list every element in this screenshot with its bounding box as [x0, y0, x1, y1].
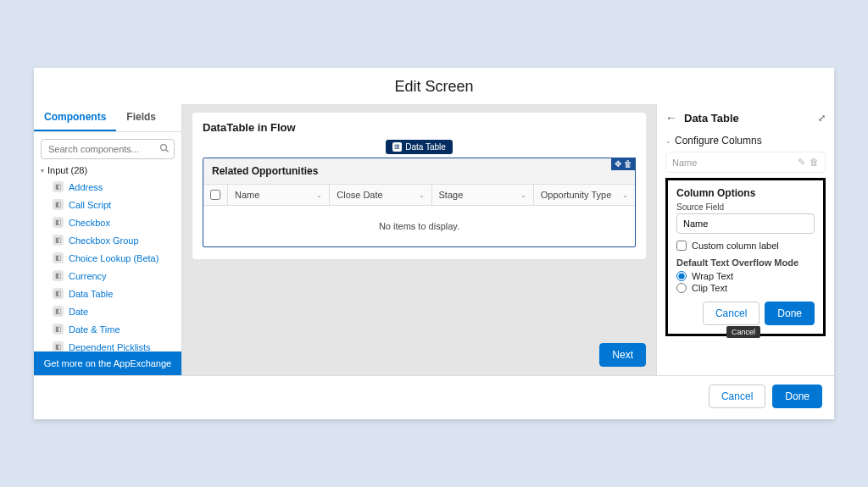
search-row	[41, 139, 175, 159]
col-stage[interactable]: Stage⌄	[431, 185, 533, 205]
page-title: Edit Screen	[34, 68, 834, 104]
item-checkbox-group[interactable]: ◧Checkbox Group	[41, 231, 175, 249]
clip-text-label: Clip Text	[692, 283, 727, 293]
tab-components[interactable]: Components	[34, 104, 116, 131]
chevron-down-icon: ⌄	[520, 191, 526, 199]
item-address[interactable]: ◧Address	[41, 178, 175, 196]
column-options-title: Column Options	[676, 187, 815, 199]
item-data-table[interactable]: ◧Data Table	[41, 285, 175, 302]
component-list: ▾ Input (28) ◧Address ◧Call Script ◧Chec…	[34, 163, 181, 351]
item-checkbox[interactable]: ◧Checkbox	[41, 213, 175, 231]
components-sidebar: Components Fields ▾ Input (28) ◧Address …	[34, 104, 182, 375]
component-icon: ◧	[53, 252, 64, 263]
item-date-time[interactable]: ◧Date & Time	[41, 320, 175, 338]
col-close-date[interactable]: Close Date⌄	[329, 185, 431, 205]
wrap-text-row[interactable]: Wrap Text	[676, 271, 815, 281]
dt-empty-message: No items to display.	[203, 206, 635, 246]
column-row-name[interactable]: Name ✎ 🗑	[665, 152, 826, 173]
item-dependent-picklists[interactable]: ◧Dependent Picklists	[41, 338, 175, 351]
search-input[interactable]	[41, 139, 175, 159]
screen-canvas: DataTable in Flow ⊞ Data Table ✥ 🗑 Relat…	[182, 104, 656, 375]
component-icon: ◧	[53, 270, 64, 281]
options-cancel-button[interactable]: Cancel	[703, 302, 760, 325]
expand-icon[interactable]: ⤢	[818, 113, 826, 124]
dialog-footer: Cancel Done	[34, 375, 834, 417]
component-icon: ◧	[53, 341, 64, 351]
next-button[interactable]: Next	[599, 343, 646, 367]
tab-fields[interactable]: Fields	[116, 104, 166, 131]
chevron-down-icon: ⌄	[622, 191, 628, 199]
item-date[interactable]: ◧Date	[41, 302, 175, 320]
edit-icon[interactable]: ✎	[798, 157, 805, 168]
properties-sidebar: ← Data Table ⤢ ⌄ Configure Columns Name …	[656, 104, 834, 375]
component-icon: ◧	[53, 324, 64, 335]
delete-icon[interactable]: 🗑	[810, 157, 819, 168]
chevron-down-icon: ⌄	[419, 191, 425, 199]
delete-icon[interactable]: 🗑	[624, 159, 632, 169]
chevron-down-icon: ⌄	[316, 191, 322, 199]
column-row-label: Name	[672, 158, 697, 168]
component-icon: ◧	[53, 217, 64, 228]
search-icon	[159, 143, 170, 156]
dt-column-row: Name⌄ Close Date⌄ Stage⌄ Opportunity Typ…	[203, 185, 635, 206]
dialog-cancel-button[interactable]: Cancel	[709, 385, 765, 408]
appexchange-link[interactable]: Get more on the AppExchange	[34, 351, 181, 375]
custom-column-label-row[interactable]: Custom column label	[676, 241, 815, 251]
col-opportunity-type[interactable]: Opportunity Type⌄	[533, 185, 635, 205]
component-toolbar: ✥ 🗑	[611, 158, 636, 170]
data-table-chip[interactable]: ⊞ Data Table	[386, 140, 453, 154]
properties-header: ← Data Table ⤢	[665, 111, 826, 125]
select-all-checkbox[interactable]	[210, 190, 220, 200]
chevron-down-icon: ⌄	[665, 137, 671, 145]
overflow-mode-label: Default Text Overflow Mode	[676, 257, 815, 268]
data-table-component[interactable]: ✥ 🗑 Related Opportunities Name⌄ Close Da…	[203, 158, 636, 247]
options-done-button[interactable]: Done	[765, 302, 815, 325]
group-label: Input (28)	[47, 165, 87, 175]
chip-label: Data Table	[405, 142, 446, 152]
cancel-tooltip: Cancel	[726, 326, 760, 338]
dt-title: Related Opportunities	[203, 158, 635, 185]
sidebar-tabs: Components Fields	[34, 104, 181, 132]
component-icon: ◧	[53, 288, 64, 299]
chevron-down-icon: ▾	[41, 167, 44, 174]
item-currency[interactable]: ◧Currency	[41, 267, 175, 285]
component-icon: ◧	[53, 306, 64, 317]
properties-title: Data Table	[684, 112, 818, 125]
item-call-script[interactable]: ◧Call Script	[41, 196, 175, 213]
group-input-header[interactable]: ▾ Input (28)	[41, 163, 175, 178]
select-all-cell	[203, 185, 227, 205]
item-choice-lookup[interactable]: ◧Choice Lookup (Beta)	[41, 249, 175, 267]
source-field-input[interactable]	[676, 213, 815, 234]
column-row-actions: ✎ 🗑	[798, 157, 819, 168]
canvas-title: DataTable in Flow	[203, 121, 636, 134]
col-name[interactable]: Name⌄	[227, 185, 329, 205]
source-field-label: Source Field	[676, 202, 815, 212]
move-icon[interactable]: ✥	[615, 159, 621, 169]
column-options-panel: Column Options Source Field Custom colum…	[665, 178, 826, 336]
svg-point-0	[161, 145, 167, 151]
clip-text-row[interactable]: Clip Text	[676, 283, 815, 293]
column-options-footer: Cancel Done Cancel	[676, 302, 815, 325]
canvas-footer: Next	[192, 343, 646, 367]
edit-screen-dialog: Edit Screen Components Fields ▾ Input (2…	[34, 68, 834, 419]
custom-column-label-checkbox[interactable]	[676, 241, 687, 251]
dialog-done-button[interactable]: Done	[772, 385, 822, 408]
configure-columns-header[interactable]: ⌄ Configure Columns	[665, 131, 826, 152]
component-icon: ◧	[53, 235, 64, 246]
wrap-text-label: Wrap Text	[692, 271, 733, 281]
section-label: Configure Columns	[675, 135, 762, 147]
component-icon: ◧	[53, 199, 64, 210]
clip-text-radio[interactable]	[676, 283, 687, 293]
wrap-text-radio[interactable]	[676, 271, 687, 281]
custom-column-label-text: Custom column label	[692, 241, 779, 251]
svg-line-1	[166, 150, 169, 152]
back-icon[interactable]: ←	[665, 111, 677, 125]
chip-row: ⊞ Data Table	[203, 137, 636, 154]
data-table-icon: ⊞	[392, 142, 402, 152]
canvas-card: DataTable in Flow ⊞ Data Table ✥ 🗑 Relat…	[192, 113, 646, 259]
component-icon: ◧	[53, 181, 64, 192]
main-area: Components Fields ▾ Input (28) ◧Address …	[34, 104, 834, 375]
